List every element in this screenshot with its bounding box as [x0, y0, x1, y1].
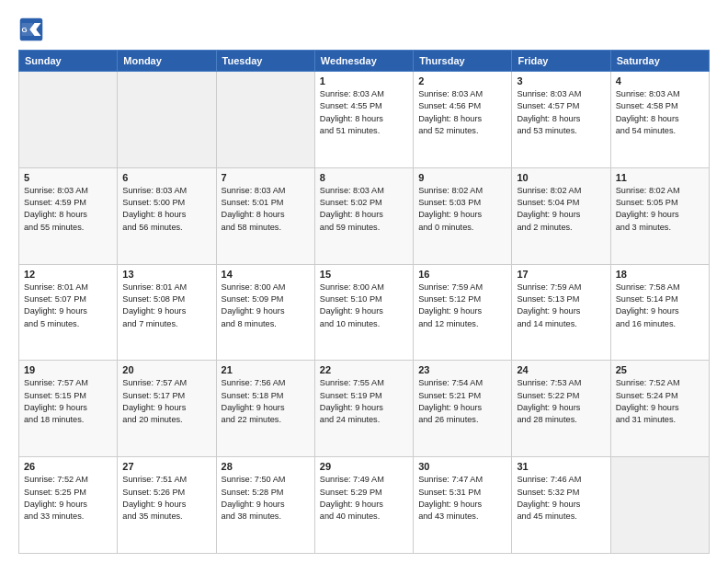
- day-number: 15: [320, 269, 408, 280]
- day-detail: Sunrise: 8:02 AMSunset: 5:05 PMDaylight:…: [616, 185, 704, 234]
- calendar-cell: 11Sunrise: 8:02 AMSunset: 5:05 PMDayligh…: [610, 167, 709, 264]
- calendar-cell: 23Sunrise: 7:54 AMSunset: 5:21 PMDayligh…: [414, 361, 512, 457]
- weekday-header-monday: Monday: [118, 51, 216, 72]
- day-detail: Sunrise: 7:59 AMSunset: 5:13 PMDaylight:…: [517, 282, 605, 330]
- weekday-header-sunday: Sunday: [19, 51, 118, 72]
- calendar-cell: 18Sunrise: 7:58 AMSunset: 5:14 PMDayligh…: [610, 264, 709, 361]
- calendar-cell: 2Sunrise: 8:03 AMSunset: 4:56 PMDaylight…: [414, 72, 512, 168]
- week-row-3: 12Sunrise: 8:01 AMSunset: 5:07 PMDayligh…: [19, 264, 710, 361]
- calendar-cell: 15Sunrise: 8:00 AMSunset: 5:10 PMDayligh…: [314, 264, 413, 361]
- day-number: 13: [122, 269, 210, 280]
- calendar-cell: 13Sunrise: 8:01 AMSunset: 5:08 PMDayligh…: [118, 264, 216, 361]
- calendar-cell: 22Sunrise: 7:55 AMSunset: 5:19 PMDayligh…: [314, 361, 413, 457]
- calendar-cell: 20Sunrise: 7:57 AMSunset: 5:17 PMDayligh…: [118, 361, 216, 457]
- day-detail: Sunrise: 8:02 AMSunset: 5:04 PMDaylight:…: [517, 185, 605, 234]
- page: G SundayMondayTuesdayWednesdayThursdayFr…: [0, 0, 728, 563]
- day-number: 14: [222, 269, 310, 280]
- day-number: 23: [418, 364, 506, 375]
- calendar-cell: [118, 72, 216, 168]
- day-number: 3: [517, 75, 605, 86]
- calendar-cell: 1Sunrise: 8:03 AMSunset: 4:55 PMDaylight…: [314, 72, 413, 168]
- day-detail: Sunrise: 7:52 AMSunset: 5:24 PMDaylight:…: [616, 377, 704, 426]
- calendar-cell: [610, 457, 709, 554]
- weekday-header-friday: Friday: [512, 51, 610, 72]
- calendar-cell: 3Sunrise: 8:03 AMSunset: 4:57 PMDaylight…: [512, 72, 610, 168]
- day-number: 9: [418, 172, 506, 183]
- day-number: 2: [418, 75, 506, 86]
- day-detail: Sunrise: 8:03 AMSunset: 5:00 PMDaylight:…: [122, 185, 210, 234]
- calendar-cell: 17Sunrise: 7:59 AMSunset: 5:13 PMDayligh…: [512, 264, 610, 361]
- weekday-header-saturday: Saturday: [610, 51, 709, 72]
- day-detail: Sunrise: 8:03 AMSunset: 5:02 PMDaylight:…: [320, 185, 408, 234]
- day-detail: Sunrise: 8:03 AMSunset: 4:58 PMDaylight:…: [616, 88, 704, 137]
- weekday-header-row: SundayMondayTuesdayWednesdayThursdayFrid…: [19, 51, 710, 72]
- day-number: 28: [222, 461, 310, 472]
- day-detail: Sunrise: 7:49 AMSunset: 5:29 PMDaylight:…: [320, 474, 408, 523]
- day-detail: Sunrise: 7:58 AMSunset: 5:14 PMDaylight:…: [616, 282, 704, 330]
- week-row-4: 19Sunrise: 7:57 AMSunset: 5:15 PMDayligh…: [19, 361, 710, 457]
- calendar-cell: 4Sunrise: 8:03 AMSunset: 4:58 PMDaylight…: [610, 72, 709, 168]
- calendar-cell: 5Sunrise: 8:03 AMSunset: 4:59 PMDaylight…: [19, 167, 118, 264]
- week-row-2: 5Sunrise: 8:03 AMSunset: 4:59 PMDaylight…: [19, 167, 710, 264]
- day-number: 8: [320, 172, 408, 183]
- calendar-table: SundayMondayTuesdayWednesdayThursdayFrid…: [18, 50, 710, 554]
- day-detail: Sunrise: 8:03 AMSunset: 5:01 PMDaylight:…: [222, 185, 310, 234]
- calendar-cell: 19Sunrise: 7:57 AMSunset: 5:15 PMDayligh…: [19, 361, 118, 457]
- week-row-1: 1Sunrise: 8:03 AMSunset: 4:55 PMDaylight…: [19, 72, 710, 168]
- day-detail: Sunrise: 8:00 AMSunset: 5:10 PMDaylight:…: [320, 282, 408, 330]
- day-number: 21: [222, 364, 310, 375]
- day-detail: Sunrise: 7:53 AMSunset: 5:22 PMDaylight:…: [517, 377, 605, 426]
- calendar-cell: 16Sunrise: 7:59 AMSunset: 5:12 PMDayligh…: [414, 264, 512, 361]
- day-detail: Sunrise: 8:01 AMSunset: 5:08 PMDaylight:…: [122, 282, 210, 330]
- day-number: 22: [320, 364, 408, 375]
- day-number: 24: [517, 364, 605, 375]
- weekday-header-thursday: Thursday: [414, 51, 512, 72]
- day-number: 20: [122, 364, 210, 375]
- day-number: 31: [517, 461, 605, 472]
- day-number: 25: [616, 364, 704, 375]
- day-detail: Sunrise: 7:51 AMSunset: 5:26 PMDaylight:…: [122, 474, 210, 523]
- day-detail: Sunrise: 7:47 AMSunset: 5:31 PMDaylight:…: [418, 474, 506, 523]
- day-number: 4: [616, 75, 704, 86]
- week-row-5: 26Sunrise: 7:52 AMSunset: 5:25 PMDayligh…: [19, 457, 710, 554]
- day-number: 10: [517, 172, 605, 183]
- calendar-cell: 26Sunrise: 7:52 AMSunset: 5:25 PMDayligh…: [19, 457, 118, 554]
- day-number: 6: [122, 172, 210, 183]
- calendar-cell: 28Sunrise: 7:50 AMSunset: 5:28 PMDayligh…: [216, 457, 314, 554]
- calendar-cell: [19, 72, 118, 168]
- svg-text:G: G: [22, 26, 28, 34]
- day-detail: Sunrise: 8:03 AMSunset: 4:55 PMDaylight:…: [320, 88, 408, 137]
- day-detail: Sunrise: 8:00 AMSunset: 5:09 PMDaylight:…: [222, 282, 310, 330]
- calendar-cell: 29Sunrise: 7:49 AMSunset: 5:29 PMDayligh…: [314, 457, 413, 554]
- day-detail: Sunrise: 7:57 AMSunset: 5:15 PMDaylight:…: [24, 377, 112, 426]
- day-number: 11: [616, 172, 704, 183]
- weekday-header-wednesday: Wednesday: [314, 51, 413, 72]
- calendar-cell: 30Sunrise: 7:47 AMSunset: 5:31 PMDayligh…: [414, 457, 512, 554]
- day-number: 17: [517, 269, 605, 280]
- day-number: 12: [24, 269, 112, 280]
- calendar-cell: 12Sunrise: 8:01 AMSunset: 5:07 PMDayligh…: [19, 264, 118, 361]
- header: G: [18, 17, 710, 42]
- day-number: 1: [320, 75, 408, 86]
- day-detail: Sunrise: 7:57 AMSunset: 5:17 PMDaylight:…: [122, 377, 210, 426]
- day-detail: Sunrise: 8:03 AMSunset: 4:56 PMDaylight:…: [418, 88, 506, 137]
- calendar-cell: 21Sunrise: 7:56 AMSunset: 5:18 PMDayligh…: [216, 361, 314, 457]
- logo: G: [18, 17, 48, 42]
- calendar-cell: 24Sunrise: 7:53 AMSunset: 5:22 PMDayligh…: [512, 361, 610, 457]
- day-detail: Sunrise: 7:59 AMSunset: 5:12 PMDaylight:…: [418, 282, 506, 330]
- logo-icon: G: [18, 17, 44, 42]
- day-number: 18: [616, 269, 704, 280]
- weekday-header-tuesday: Tuesday: [216, 51, 314, 72]
- calendar-cell: 31Sunrise: 7:46 AMSunset: 5:32 PMDayligh…: [512, 457, 610, 554]
- day-number: 30: [418, 461, 506, 472]
- calendar-cell: 10Sunrise: 8:02 AMSunset: 5:04 PMDayligh…: [512, 167, 610, 264]
- day-detail: Sunrise: 7:56 AMSunset: 5:18 PMDaylight:…: [222, 377, 310, 426]
- day-detail: Sunrise: 8:01 AMSunset: 5:07 PMDaylight:…: [24, 282, 112, 330]
- calendar-cell: [216, 72, 314, 168]
- day-number: 7: [222, 172, 310, 183]
- day-detail: Sunrise: 8:03 AMSunset: 4:57 PMDaylight:…: [517, 88, 605, 137]
- calendar-cell: 6Sunrise: 8:03 AMSunset: 5:00 PMDaylight…: [118, 167, 216, 264]
- calendar-cell: 9Sunrise: 8:02 AMSunset: 5:03 PMDaylight…: [414, 167, 512, 264]
- day-detail: Sunrise: 8:03 AMSunset: 4:59 PMDaylight:…: [24, 185, 112, 234]
- day-number: 27: [122, 461, 210, 472]
